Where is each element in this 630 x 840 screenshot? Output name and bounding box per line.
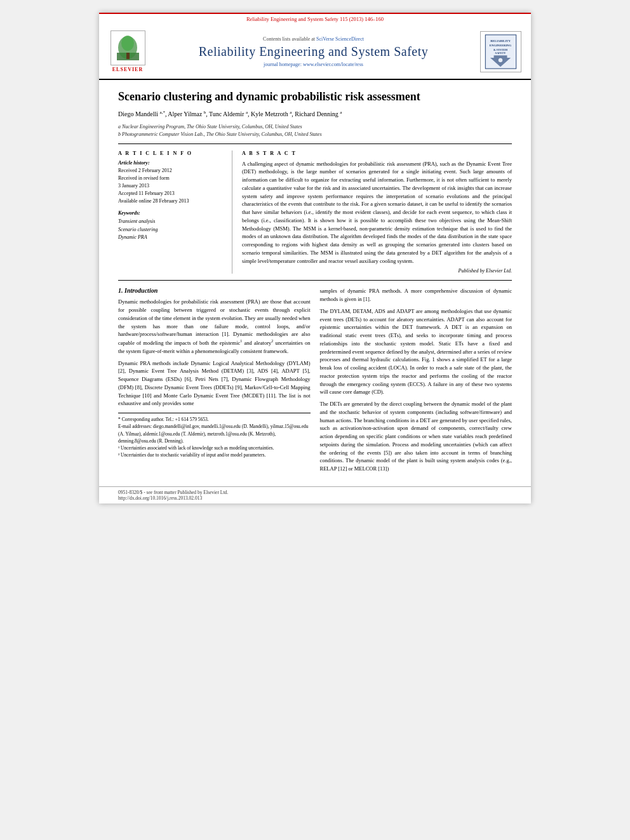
- received-revised-label: Received in revised form: [118, 175, 225, 182]
- content-area: Scenario clustering and dynamic probabil…: [99, 80, 531, 486]
- info-abstract-section: A R T I C L E I N F O Article history: R…: [118, 150, 512, 274]
- keywords-label: Keywords:: [118, 210, 225, 216]
- intro-heading: 1. Introduction: [118, 287, 311, 294]
- svg-text:RELIABILITY: RELIABILITY: [490, 39, 511, 43]
- article-info-label: A R T I C L E I N F O: [118, 150, 225, 156]
- svg-point-10: [498, 58, 503, 63]
- journal-citation: Reliability Engineering and System Safet…: [246, 16, 384, 22]
- sciverse-link[interactable]: SciVerse ScienceDirect: [316, 36, 364, 42]
- intro-para1: Dynamic methodologies for probabilistic …: [118, 298, 311, 355]
- accepted-date: Accepted 11 February 2013: [118, 190, 225, 197]
- issn-line: 0951-8320/$ - see front matter Published…: [118, 490, 512, 495]
- keyword-2: Scenario clustering: [118, 226, 225, 234]
- left-body-column: 1. Introduction Dynamic methodologies fo…: [118, 287, 311, 477]
- footnote-email: E-mail addresses: diego.mandelli@inl.gov…: [118, 423, 311, 444]
- published-by: Published by Elsevier Ltd.: [242, 268, 512, 274]
- main-body: 1. Introduction Dynamic methodologies fo…: [118, 287, 512, 477]
- section-number: 1.: [118, 287, 123, 294]
- abstract-label: A B S T R A C T: [242, 150, 512, 156]
- bottom-bar: 0951-8320/$ - see front matter Published…: [99, 486, 531, 503]
- section-divider: [118, 280, 512, 281]
- homepage-link[interactable]: www.elsevier.com/locate/ress: [303, 62, 363, 67]
- svg-text:& SYSTEM: & SYSTEM: [493, 48, 507, 51]
- doi-line: http://dx.doi.org/10.1016/j.ress.2013.02…: [118, 495, 512, 501]
- svg-point-2: [121, 36, 134, 51]
- footnote-star: * Corresponding author. Tel.: +1 614 579…: [118, 416, 311, 423]
- journal-citation-bar: Reliability Engineering and System Safet…: [99, 13, 531, 24]
- revised-date: 3 January 2013: [118, 182, 225, 190]
- abstract-text: A challenging aspect of dynamic methodol…: [242, 160, 512, 265]
- affiliations: a Nuclear Engineering Program, The Ohio …: [118, 123, 512, 144]
- svg-rect-3: [126, 53, 130, 59]
- footnote-2: ² Uncertainties due to stochastic variab…: [118, 451, 311, 458]
- journal-title: Reliability Engineering and System Safet…: [147, 44, 480, 59]
- right-para2: The DYLAM, DETAM, ADS and ADAPT are amon…: [320, 307, 513, 396]
- intro-para2: Dynamic PRA methods include Dynamic Logi…: [118, 359, 311, 408]
- elsevier-tree-graphic: [111, 30, 145, 65]
- svg-text:ENGINEERING: ENGINEERING: [490, 43, 512, 46]
- paper-title: Scenario clustering and dynamic probabil…: [118, 90, 512, 104]
- page: Reliability Engineering and System Safet…: [99, 13, 531, 503]
- affiliation-a: a Nuclear Engineering Program, The Ohio …: [118, 123, 512, 131]
- article-info-column: A R T I C L E I N F O Article history: R…: [118, 150, 232, 274]
- section-title: Introduction: [124, 287, 158, 294]
- abstract-column: A B S T R A C T A challenging aspect of …: [242, 150, 512, 274]
- footnote-1: ¹ Uncertainties associated with lack of …: [118, 444, 311, 451]
- affiliation-b: b Photogrammetric Computer Vision Lab., …: [118, 131, 512, 138]
- elsevier-wordmark: ELSEVIER: [112, 67, 143, 72]
- article-history: Article history: Received 2 February 201…: [118, 160, 225, 205]
- header-center: Contents lists available at SciVerse Sci…: [147, 36, 480, 67]
- elsevier-logo: ELSEVIER: [109, 30, 147, 72]
- history-label: Article history:: [118, 160, 225, 166]
- keyword-1: Transient analysis: [118, 218, 225, 226]
- right-para1: samples of dynamic PRA methods. A more c…: [320, 287, 513, 303]
- journal-header: ELSEVIER Contents lists available at Sci…: [99, 24, 531, 80]
- journal-logo: RELIABILITY ENGINEERING & SYSTEM SAFETY: [480, 31, 521, 72]
- received-date: Received 2 February 2012: [118, 167, 225, 175]
- right-body-column: samples of dynamic PRA methods. A more c…: [320, 287, 513, 477]
- authors-line: Diego Mandelli a,*, Alper Yilmaz b, Tunc…: [118, 109, 512, 119]
- svg-text:SAFETY: SAFETY: [495, 51, 506, 55]
- homepage-line: journal homepage: www.elsevier.com/locat…: [147, 62, 480, 67]
- footnotes: * Corresponding author. Tel.: +1 614 579…: [118, 413, 311, 459]
- right-para3: The DETs are generated by the direct cou…: [320, 400, 513, 473]
- keywords-group: Keywords: Transient analysis Scenario cl…: [118, 210, 225, 242]
- contents-available-line: Contents lists available at SciVerse Sci…: [147, 36, 480, 42]
- keyword-3: Dynamic PRA: [118, 234, 225, 242]
- available-date: Available online 28 February 2013: [118, 197, 225, 205]
